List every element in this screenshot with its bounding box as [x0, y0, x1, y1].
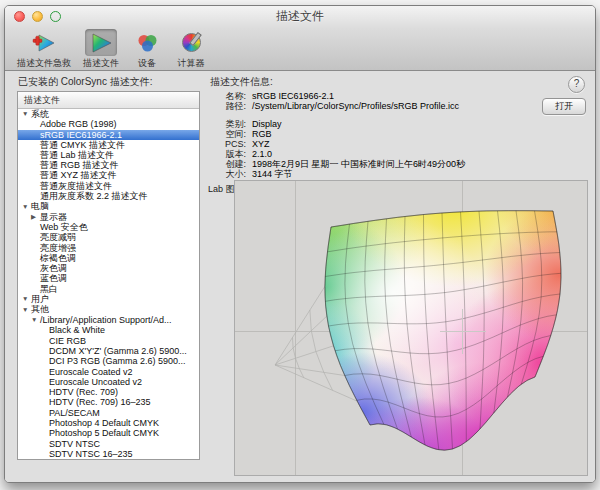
info-row-value: /System/Library/ColorSync/Profiles/sRGB … — [252, 101, 459, 111]
profile-tree-item-label: PAL/SECAM — [49, 408, 100, 418]
profile-tree-item-label: Adobe RGB (1998) — [40, 119, 117, 129]
toolbar-item-label: 描述文件急救 — [17, 57, 71, 70]
info-row: 大小: 3144 字节 — [210, 169, 540, 179]
info-row: 类别: Display — [210, 119, 540, 129]
profile-tree-item[interactable]: 普通 CMYK 描述文件 — [18, 140, 199, 150]
profile-tree-item-label: 普通 Lab 描述文件 — [40, 150, 114, 160]
profile-tree-item[interactable]: HDTV (Rec. 709) — [18, 387, 199, 397]
profile-tree-item[interactable]: 显示器 — [18, 212, 199, 222]
profile-tree-item-label: SDTV NTSC — [49, 439, 100, 449]
profile-tree-item[interactable]: Photoshop 5 Default CMYK — [18, 428, 199, 438]
profile-tree-item[interactable]: 灰色调 — [18, 263, 199, 273]
window-title: 描述文件 — [5, 6, 595, 27]
toolbar-item-devices[interactable]: 设备 — [125, 28, 169, 71]
profile-tree: 系统 Adobe RGB (1998) sRGB IEC61966-2.1 — [18, 109, 199, 459]
profile-tree-item-label: DCDM X'Y'Z' (Gamma 2.6) 5900... — [49, 346, 187, 356]
profile-tree-item-label: Photoshop 4 Default CMYK — [49, 418, 159, 428]
profile-tree-item-label: 黑白 — [40, 284, 58, 294]
info-row-label: 类别: — [210, 119, 246, 129]
profile-tree-item[interactable]: HDTV (Rec. 709) 16–235 — [18, 397, 199, 407]
profile-tree-item-label: 亮度增强 — [40, 243, 76, 253]
profile-tree-item[interactable]: 普通灰度描述文件 — [18, 181, 199, 191]
profile-tree-item-label: Black & White — [49, 325, 105, 335]
profile-tree-item[interactable]: 用户 — [18, 294, 199, 304]
window-header: 描述文件 描述文件急救 — [5, 6, 595, 71]
profile-tree-item[interactable]: sRGB IEC61966-2.1 — [18, 130, 199, 140]
profile-tree-item[interactable]: 普通 Lab 描述文件 — [18, 150, 199, 160]
profile-tree-item-label: 普通 XYZ 描述文件 — [40, 171, 117, 181]
profile-tree-item[interactable]: DCDM X'Y'Z' (Gamma 2.6) 5900... — [18, 346, 199, 356]
info-row: 名称: sRGB IEC61966-2.1 — [210, 91, 540, 101]
toolbar-item-label: 描述文件 — [83, 57, 119, 70]
toolbar-item-profiles[interactable]: 描述文件 — [77, 28, 125, 71]
disclosure-triangle-icon[interactable] — [22, 109, 31, 119]
toolbar: 描述文件急救 描述文件 — [5, 27, 595, 71]
profile-tree-item[interactable]: DCI P3 RGB (Gamma 2.6) 5900... — [18, 356, 199, 366]
profile-tree-item[interactable]: Adobe RGB (1998) — [18, 119, 199, 129]
profile-tree-item[interactable]: Web 安全色 — [18, 222, 199, 232]
info-row: 创建: 1998年2月9日 星期一 中国标准时间上午6时49分00秒 — [210, 159, 540, 169]
profile-tree-item[interactable]: 亮度减弱 — [18, 233, 199, 243]
toolbar-item-profile-first-aid[interactable]: 描述文件急救 — [11, 28, 77, 71]
profile-tree-item-label: Web 安全色 — [40, 222, 88, 232]
profile-tree-item[interactable]: 通用灰度系数 2.2 描述文件 — [18, 191, 199, 201]
help-button[interactable]: ? — [568, 76, 585, 93]
profile-tree-item-label: 显示器 — [40, 212, 67, 222]
profile-tree-item-label: Photoshop 5 Default CMYK — [49, 428, 159, 438]
profile-tree-item[interactable]: 系统 — [18, 109, 199, 119]
open-button[interactable]: 打开 — [542, 98, 586, 115]
profile-tree-item[interactable]: 蓝色调 — [18, 274, 199, 284]
profile-tree-item[interactable]: PAL/SECAM — [18, 408, 199, 418]
disclosure-triangle-icon[interactable] — [31, 212, 40, 222]
profile-tree-item-label: 其他 — [31, 305, 49, 315]
profile-tree-item[interactable]: SDTV NTSC 16–235 — [18, 449, 199, 459]
info-row-value: XYZ — [252, 139, 270, 149]
profile-tree-item[interactable]: 棕褐色调 — [18, 253, 199, 263]
profile-tree-item[interactable]: 电脑 — [18, 202, 199, 212]
zoom-button[interactable] — [50, 11, 61, 22]
profile-tree-item[interactable]: 亮度增强 — [18, 243, 199, 253]
profile-tree-item[interactable]: 普通 XYZ 描述文件 — [18, 171, 199, 181]
profile-column-header[interactable]: 描述文件 — [18, 92, 199, 109]
profile-tree-item-label: /Library/Application Support/Ad... — [40, 315, 172, 325]
profile-tree-item[interactable]: 普通 RGB 描述文件 — [18, 160, 199, 170]
toolbar-item-calculator[interactable]: 计算器 — [169, 28, 213, 71]
profile-tree-item[interactable]: CIE RGB — [18, 336, 199, 346]
profiles-icon — [85, 29, 117, 56]
profile-tree-item[interactable]: Photoshop 4 Default CMYK — [18, 418, 199, 428]
traffic-lights — [14, 11, 61, 22]
profile-tree-item[interactable]: SDTV NTSC — [18, 439, 199, 449]
info-row-value: 1998年2月9日 星期一 中国标准时间上午6时49分00秒 — [252, 159, 465, 169]
profile-tree-item[interactable]: /Library/Application Support/Ad... — [18, 315, 199, 325]
profile-tree-item[interactable]: 其他 — [18, 305, 199, 315]
profile-tree-item[interactable]: Euroscale Coated v2 — [18, 366, 199, 376]
profile-tree-item-label: 蓝色调 — [40, 274, 67, 284]
info-row-label: 空间: — [210, 129, 246, 139]
titlebar[interactable]: 描述文件 — [5, 6, 595, 27]
disclosure-triangle-icon[interactable] — [31, 315, 40, 325]
profile-tree-item-label: HDTV (Rec. 709) 16–235 — [49, 397, 151, 407]
disclosure-triangle-icon[interactable] — [22, 202, 31, 212]
disclosure-triangle-icon[interactable] — [22, 305, 31, 315]
profile-tree-item-label: SDTV NTSC 16–235 — [49, 449, 133, 459]
profile-tree-item-label: 亮度减弱 — [40, 233, 76, 243]
plot-type-label: Lab 图 — [208, 184, 235, 194]
profile-tree-item[interactable]: 黑白 — [18, 284, 199, 294]
profile-tree-item[interactable]: Black & White — [18, 325, 199, 335]
info-row-value: RGB — [252, 129, 272, 139]
colorsync-window: 描述文件 描述文件急救 — [4, 5, 596, 483]
toolbar-item-label: 计算器 — [178, 57, 205, 70]
profile-tree-item-label: sRGB IEC61966-2.1 — [40, 130, 122, 140]
profile-tree-item-label: Euroscale Coated v2 — [49, 367, 133, 377]
info-row-label: 创建: — [210, 159, 246, 169]
profile-tree-item[interactable]: Euroscale Uncoated v2 — [18, 377, 199, 387]
gamut-plot[interactable] — [234, 180, 588, 476]
sidebar-title: 已安装的 ColorSync 描述文件: — [18, 75, 152, 89]
minimize-button[interactable] — [32, 11, 43, 22]
profile-tree-item-label: 用户 — [31, 294, 49, 304]
info-row-value: 2.1.0 — [252, 149, 272, 159]
info-row-value: sRGB IEC61966-2.1 — [252, 91, 334, 101]
close-button[interactable] — [14, 11, 25, 22]
disclosure-triangle-icon[interactable] — [22, 294, 31, 304]
info-row-label: 名称: — [210, 91, 246, 101]
